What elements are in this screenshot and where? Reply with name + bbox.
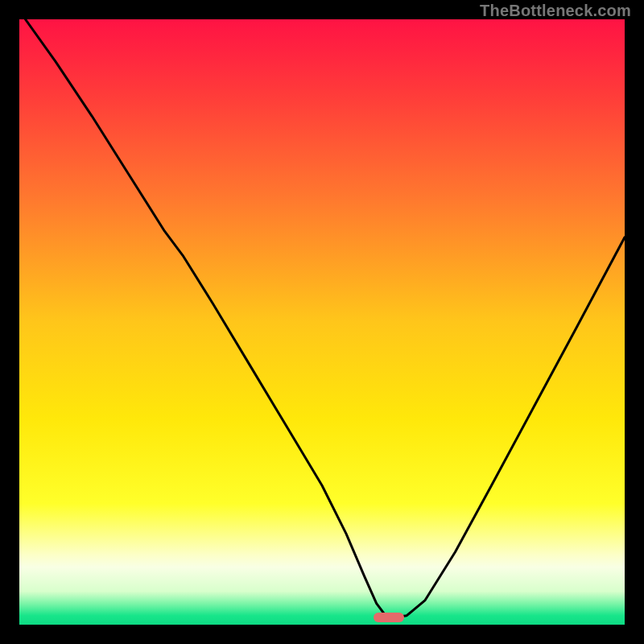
plot-area bbox=[19, 19, 625, 625]
chart-frame: TheBottleneck.com bbox=[0, 0, 644, 644]
optimal-marker bbox=[374, 613, 404, 622]
watermark-text: TheBottleneck.com bbox=[480, 2, 631, 20]
bottleneck-curve bbox=[19, 19, 625, 625]
